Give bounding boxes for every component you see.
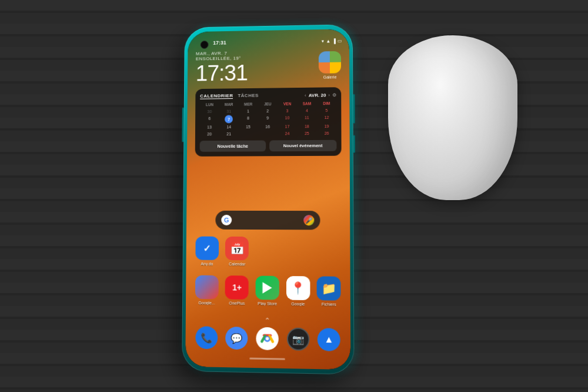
calendar-icon: 📅 — [225, 237, 249, 260]
calendar-weeks: 30 31 1 2 3 4 5 6 7 — [200, 107, 337, 137]
phone-screen: 17:31 ▾ ▲ ▐ ▭ MAR., AVR. 7 ENSOLEILLÉE, … — [185, 29, 350, 370]
day-dim: DIM — [317, 101, 337, 105]
calendar-header: CALENDRIER TÂCHES ‹ AVR. 20 › ⚙ — [200, 92, 336, 99]
app-row-1: ✓ Any.do 📅 Calendar — [192, 237, 344, 267]
app-files[interactable]: 📁 Fichiers — [315, 276, 343, 307]
files-label: Fichiers — [322, 302, 336, 306]
cal-cell[interactable]: 20 — [200, 131, 219, 137]
status-icons: ▾ ▲ ▐ ▭ — [322, 38, 342, 44]
cal-cell[interactable] — [258, 131, 278, 137]
google-logo: G — [221, 215, 232, 225]
signal-icon: ▐ — [332, 38, 336, 44]
cal-cell[interactable]: 14 — [219, 124, 239, 130]
app-playstore[interactable]: Play Store — [253, 275, 282, 305]
tab-taches[interactable]: TÂCHES — [238, 93, 258, 99]
cal-cell[interactable]: 8 — [239, 115, 258, 123]
cal-cell[interactable]: 4 — [297, 107, 316, 114]
cal-cell[interactable]: 24 — [278, 130, 297, 137]
cal-cell[interactable]: 12 — [317, 114, 337, 122]
cal-cell[interactable]: 11 — [297, 114, 316, 122]
calendar-tabs[interactable]: CALENDRIER TÂCHES — [200, 93, 259, 99]
cal-cell[interactable]: 6 — [200, 115, 219, 124]
calendar-widget: CALENDRIER TÂCHES ‹ AVR. 20 › ⚙ LUN — [195, 87, 342, 157]
next-month-btn[interactable]: › — [328, 92, 330, 98]
power-button — [353, 94, 355, 124]
datetime-widget: MAR., AVR. 7 ENSOLEILLÉE, 19° 17:31 — [196, 50, 248, 84]
app-anydo[interactable]: ✓ Any.do — [193, 237, 221, 266]
galerie-icon-img — [319, 51, 341, 74]
dock-phone[interactable]: 📞 — [195, 326, 218, 349]
dock-messages[interactable]: 💬 — [226, 327, 248, 350]
galerie-tile — [330, 62, 341, 74]
phone-bezel: 17:31 ▾ ▲ ▐ ▭ MAR., AVR. 7 ENSOLEILLÉE, … — [185, 29, 350, 370]
time-display: 17:31 — [196, 62, 248, 84]
files-icon: 📁 — [317, 276, 341, 300]
home-indicator — [249, 358, 285, 360]
week-row: 30 31 1 2 3 4 5 — [200, 107, 336, 115]
cal-cell[interactable]: 21 — [219, 131, 239, 137]
day-mar: MAR — [219, 102, 239, 107]
prev-month-btn[interactable]: ‹ — [305, 92, 306, 98]
cal-cell[interactable]: 17 — [278, 123, 297, 129]
galerie-tile — [330, 51, 341, 62]
settings-btn[interactable]: ⚙ — [332, 92, 336, 98]
calendar-label: Calendar — [229, 262, 245, 266]
wifi-icon: ▾ — [322, 38, 324, 44]
today-cell[interactable]: 7 — [225, 115, 233, 123]
day-lun: LUN — [200, 102, 219, 107]
calendar-actions: Nouvelle tâche Nouvel événement — [200, 140, 337, 152]
galerie-tile — [319, 62, 330, 74]
cal-cell[interactable]: 3 — [278, 108, 297, 114]
voice-search-icon[interactable]: 🎤 — [303, 215, 314, 225]
galerie-tile — [319, 51, 330, 62]
app-drawer-handle[interactable]: ⌃ — [265, 317, 270, 325]
day-sam: SAM — [297, 101, 316, 105]
month-label: AVR. 20 — [309, 92, 326, 98]
cal-cell[interactable]: 16 — [258, 124, 278, 130]
galerie-label: Galerie — [323, 75, 337, 79]
tab-calendrier[interactable]: CALENDRIER — [200, 93, 233, 99]
cal-cell[interactable]: 19 — [317, 123, 337, 129]
days-header: LUN MAR MER JEU VEN SAM DIM — [200, 101, 336, 107]
cal-cell[interactable]: 25 — [297, 130, 317, 137]
vase-decoration — [388, 35, 517, 200]
phone-device: 17:31 ▾ ▲ ▐ ▭ MAR., AVR. 7 ENSOLEILLÉE, … — [182, 24, 354, 374]
volume-button — [353, 135, 355, 153]
google-maps-icon: 📍 — [286, 276, 310, 300]
new-task-btn[interactable]: Nouvelle tâche — [200, 140, 266, 151]
cal-cell[interactable]: 31 — [219, 108, 239, 115]
battery-icon: ▭ — [338, 38, 342, 44]
anydo-label: Any.do — [201, 262, 213, 266]
google-search-bar[interactable]: G 🎤 — [215, 211, 320, 230]
cal-cell[interactable] — [238, 131, 258, 137]
app-google-maps[interactable]: 📍 Google — [283, 276, 312, 306]
galerie-app-icon[interactable]: Galerie — [319, 51, 341, 79]
anydo-icon: ✓ — [195, 237, 219, 260]
week-row: 6 7 8 9 10 11 12 — [200, 114, 336, 124]
month-nav[interactable]: ‹ AVR. 20 › ⚙ — [305, 92, 336, 98]
dock-chrome[interactable] — [256, 327, 278, 350]
dock-camera[interactable]: 📷 — [286, 327, 309, 351]
playstore-icon — [256, 276, 279, 300]
alert-slider — [182, 108, 183, 142]
cal-cell[interactable]: 10 — [278, 114, 297, 122]
cal-cell[interactable]: 26 — [317, 130, 337, 137]
app-dock: 📞 💬 📷 — [191, 326, 345, 351]
dock-navigation[interactable]: ▲ — [318, 328, 340, 351]
google-one-label: Google... — [198, 301, 215, 305]
cal-cell[interactable]: 9 — [258, 115, 278, 123]
week-row: 13 14 15 16 17 18 19 — [200, 123, 337, 131]
cal-cell[interactable]: 1 — [239, 108, 258, 114]
oneplus-icon: 1+ — [225, 275, 249, 300]
app-oneplus[interactable]: 1+ OnePlus — [223, 275, 251, 305]
cal-cell[interactable]: 13 — [200, 124, 219, 130]
cal-cell[interactable]: 30 — [200, 108, 219, 115]
cal-cell[interactable]: 15 — [239, 124, 258, 130]
app-calendar[interactable]: 📅 Calendar — [223, 237, 251, 266]
app-google-one[interactable]: Google... — [193, 275, 221, 305]
new-event-btn[interactable]: Nouvel événement — [269, 140, 336, 152]
cal-cell[interactable]: 18 — [297, 123, 317, 129]
cal-cell[interactable]: 2 — [258, 108, 278, 114]
calendar-grid: LUN MAR MER JEU VEN SAM DIM 30 — [200, 101, 337, 137]
cal-cell[interactable]: 5 — [317, 107, 337, 114]
